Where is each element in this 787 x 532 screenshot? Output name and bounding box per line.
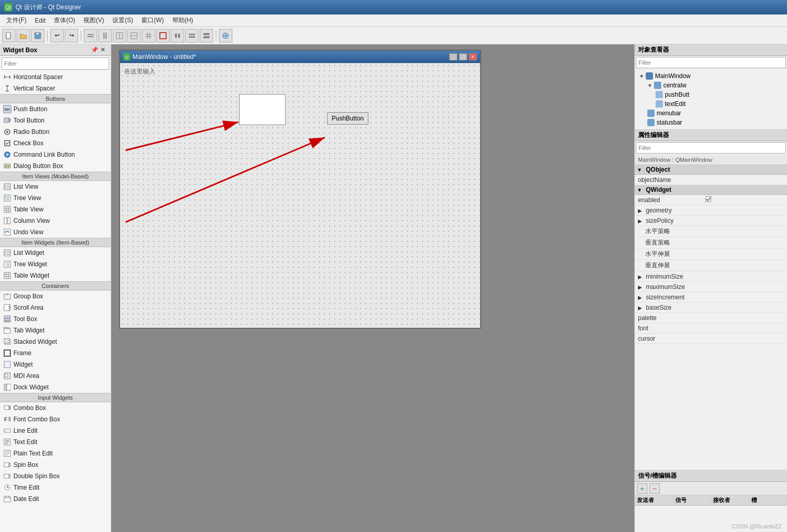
toolbar-layout4[interactable] xyxy=(127,29,141,42)
menu-window[interactable]: 窗口(W) xyxy=(137,15,168,26)
menu-file[interactable]: 文件(F) xyxy=(2,15,31,26)
widget-item-table-widget[interactable]: Table Widget xyxy=(0,270,111,281)
widget-item-horizontal-spacer[interactable]: Horizontal Spacer xyxy=(0,71,111,83)
toolbar-save[interactable] xyxy=(31,29,44,42)
tree-item-mainwindow[interactable]: ▼ MainWindow xyxy=(637,71,785,81)
mw-close[interactable]: ✕ xyxy=(469,53,477,60)
widget-item-radio-button[interactable]: Radio Button xyxy=(0,126,111,138)
geometry-expand[interactable]: ▶ xyxy=(638,208,642,214)
widget-item-text-edit[interactable]: Text Edit xyxy=(0,436,111,448)
toolbar-break[interactable] xyxy=(156,29,170,42)
toolbar-new[interactable] xyxy=(2,29,16,42)
widget-item-column-view[interactable]: Column View xyxy=(0,215,111,226)
menu-view[interactable]: 视图(V) xyxy=(79,15,108,26)
section-containers[interactable]: Containers xyxy=(0,281,111,291)
widget-item-widget[interactable]: Widget xyxy=(0,359,111,370)
widget-item-plain-text-edit[interactable]: Plain Text Edit xyxy=(0,448,111,459)
tree-item-centralw[interactable]: ▼ centralw xyxy=(645,81,785,90)
tree-item-menubar[interactable]: menubar xyxy=(645,109,785,118)
widget-item-tree-view[interactable]: Tree View xyxy=(0,192,111,204)
prop-row-minimumsize[interactable]: ▶ minimumSize xyxy=(635,271,787,282)
prop-value-enabled[interactable] xyxy=(702,195,787,205)
design-area[interactable]: Q MainWindow - untitled* _ □ ✕ 在这里输入 Pus… xyxy=(111,44,634,532)
widget-item-table-view[interactable]: Table View xyxy=(0,204,111,215)
tree-item-statusbar[interactable]: statusbar xyxy=(645,118,785,127)
widget-item-line-edit[interactable]: Line Edit xyxy=(0,425,111,436)
widget-item-stacked-widget[interactable]: Stacked Widget xyxy=(0,336,111,347)
toolbar-grid[interactable] xyxy=(142,29,155,42)
widget-item-tool-button[interactable]: Tool Button xyxy=(0,115,111,126)
prop-row-geometry[interactable]: ▶ geometry xyxy=(635,205,787,216)
object-inspector-filter[interactable] xyxy=(636,57,786,68)
widget-item-push-button[interactable]: btn Push Button xyxy=(0,103,111,115)
maximumsize-expand[interactable]: ▶ xyxy=(638,284,642,290)
menu-view-qt[interactable]: 查体(O) xyxy=(50,15,79,26)
toolbar-open[interactable] xyxy=(17,29,30,42)
widget-item-vertical-spacer[interactable]: Vertical Spacer xyxy=(0,83,111,94)
widget-item-tab-widget[interactable]: Tab Widget xyxy=(0,325,111,336)
section-input-widgets[interactable]: Input Widgets xyxy=(0,393,111,402)
widget-item-tool-box[interactable]: Tool Box xyxy=(0,313,111,325)
toolbar-undo[interactable]: ↩ xyxy=(50,29,64,42)
prop-value-objectname[interactable] xyxy=(702,175,787,185)
tree-item-textedit[interactable]: textEdit xyxy=(654,99,785,109)
widget-item-list-view[interactable]: List View xyxy=(0,181,111,192)
widget-item-font-combo-box[interactable]: F Font Combo Box xyxy=(0,414,111,425)
section-buttons[interactable]: Buttons xyxy=(0,94,111,103)
minimumsize-expand[interactable]: ▶ xyxy=(638,274,642,280)
widget-item-command-link-button[interactable]: Command Link Button xyxy=(0,149,111,160)
menu-settings[interactable]: 设置(S) xyxy=(108,15,137,26)
signal-add-button[interactable]: + xyxy=(637,483,647,494)
prop-row-font[interactable]: font xyxy=(635,323,787,333)
toolbar-adjust3[interactable] xyxy=(200,29,213,42)
widget-item-tree-widget[interactable]: Tree Widget xyxy=(0,259,111,270)
prop-row-basesize[interactable]: ▶ baseSize xyxy=(635,302,787,313)
widget-item-spin-box[interactable]: Spin Box xyxy=(0,459,111,470)
qobject-expand[interactable]: ▼ xyxy=(637,167,642,173)
toolbar-signal[interactable] xyxy=(219,29,232,42)
toolbar-redo[interactable]: ↪ xyxy=(65,29,78,42)
pin-icon[interactable]: 📌 xyxy=(91,47,98,54)
widget-item-check-box[interactable]: Check Box xyxy=(0,138,111,149)
menu-edit[interactable]: Edit xyxy=(31,16,50,25)
close-icon[interactable]: ✕ xyxy=(100,47,108,54)
sizepolicy-expand[interactable]: ▶ xyxy=(638,218,642,224)
sizeincrement-expand[interactable]: ▶ xyxy=(638,295,642,300)
prop-row-sizeincrement[interactable]: ▶ sizeIncrement xyxy=(635,292,787,302)
prop-row-cursor[interactable]: cursor xyxy=(635,333,787,344)
menu-help[interactable]: 帮助(H) xyxy=(168,15,198,26)
widget-item-combo-box[interactable]: Combo Box xyxy=(0,402,111,414)
widget-item-frame[interactable]: Frame xyxy=(0,347,111,359)
mw-maximize[interactable]: □ xyxy=(459,53,467,60)
widget-item-date-edit[interactable]: Date Edit xyxy=(0,493,111,505)
prop-row-maximumsize[interactable]: ▶ maximumSize xyxy=(635,282,787,292)
widget-item-mdi-area[interactable]: MDI Area xyxy=(0,370,111,382)
prop-row-sizepolicy[interactable]: ▶ sizePolicy xyxy=(635,216,787,226)
qwidget-expand[interactable]: ▼ xyxy=(637,187,642,193)
widget-item-group-box[interactable]: GB Group Box xyxy=(0,291,111,302)
section-item-views[interactable]: Item Views (Model-Based) xyxy=(0,172,111,181)
widget-item-dialog-button-box[interactable]: Dialog Button Box xyxy=(0,160,111,172)
toolbar-layout3[interactable] xyxy=(113,29,126,42)
main-window-content[interactable]: 在这里输入 PushButton xyxy=(120,63,480,328)
prop-row-enabled[interactable]: enabled xyxy=(635,195,787,205)
section-item-widgets[interactable]: Item Widgets (Item-Based) xyxy=(0,238,111,247)
placed-push-button[interactable]: PushButton xyxy=(327,112,368,125)
toolbar-adjust2[interactable] xyxy=(185,29,199,42)
placed-widget-container[interactable] xyxy=(239,94,286,125)
widget-item-undo-view[interactable]: Undo View xyxy=(0,226,111,238)
widget-item-double-spin-box[interactable]: Double Spin Box xyxy=(0,470,111,482)
basesize-expand[interactable]: ▶ xyxy=(638,305,642,311)
widget-item-dock-widget[interactable]: Dock Widget xyxy=(0,382,111,393)
signal-remove-button[interactable]: − xyxy=(649,483,660,494)
widget-item-time-edit[interactable]: Time Edit xyxy=(0,482,111,493)
toolbar-adjust[interactable] xyxy=(171,29,184,42)
mw-minimize[interactable]: _ xyxy=(449,53,457,60)
toolbar-layout1[interactable] xyxy=(84,29,97,42)
property-filter[interactable] xyxy=(636,142,786,154)
tree-item-pushbutt[interactable]: pushButt xyxy=(654,90,785,99)
widget-search[interactable] xyxy=(2,57,109,70)
toolbar-layout2[interactable] xyxy=(98,29,112,42)
widget-item-list-widget[interactable]: List Widget xyxy=(0,247,111,259)
prop-row-objectname[interactable]: objectName xyxy=(635,175,787,185)
